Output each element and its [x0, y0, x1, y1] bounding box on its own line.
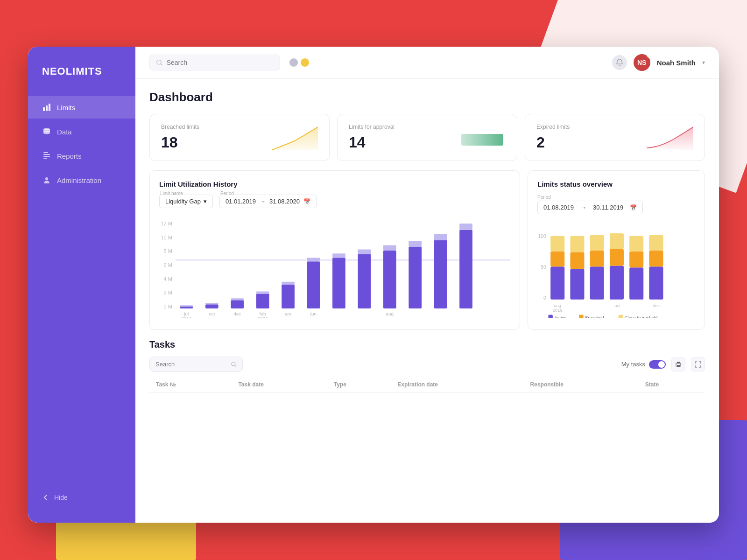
- col-state: State: [639, 377, 705, 393]
- sidebar-item-reports[interactable]: Reports: [28, 145, 135, 167]
- svg-rect-0: [43, 107, 45, 111]
- expand-button[interactable]: [691, 357, 705, 371]
- database-icon: [42, 127, 51, 136]
- approval-mini-chart: [459, 125, 506, 150]
- status-calendar-icon[interactable]: 📅: [630, 204, 637, 211]
- svg-rect-23: [205, 304, 218, 308]
- search-box[interactable]: [149, 55, 280, 70]
- calendar-icon[interactable]: 📅: [303, 198, 310, 205]
- svg-rect-7: [43, 158, 47, 159]
- svg-rect-42: [358, 249, 371, 254]
- status-date-range[interactable]: 01.08.2019 → 30.11.2019 📅: [537, 201, 643, 214]
- toggle-knob: [658, 361, 665, 368]
- svg-rect-73: [629, 236, 643, 252]
- theme-dot-yellow[interactable]: [301, 58, 309, 67]
- stat-label-expired: Expired limits: [536, 124, 647, 130]
- stat-card-approval: Limits for approval 14: [337, 114, 517, 161]
- svg-rect-62: [570, 269, 584, 300]
- svg-rect-64: [570, 236, 584, 252]
- status-period-end: 30.11.2019: [593, 204, 623, 211]
- svg-rect-76: [649, 235, 663, 251]
- svg-text:aug: aug: [554, 303, 561, 308]
- svg-rect-61: [550, 236, 564, 252]
- tasks-table-head: Task № Task date Type Expiration date Re…: [149, 377, 705, 393]
- svg-rect-71: [629, 267, 643, 300]
- stat-card-breached: Breached limits 18: [149, 114, 330, 161]
- utilization-bar-chart: 0 M 2 M 4 M 6 M 8 M 10 M 12 M jul: [159, 216, 510, 318]
- svg-rect-2: [49, 104, 50, 111]
- svg-rect-66: [590, 251, 604, 267]
- svg-rect-51: [459, 224, 472, 230]
- date-range-control[interactable]: 01.01.2019 → 31.08.2020 📅: [219, 195, 317, 208]
- col-expiration-date: Expiration date: [391, 377, 523, 393]
- sidebar-item-administration-label: Administration: [57, 176, 101, 184]
- sidebar: NEOLIMITS Limits Data Reports: [28, 47, 135, 523]
- svg-text:oct: oct: [209, 311, 215, 316]
- page-title: Dashboard: [149, 90, 705, 105]
- bell-icon: [616, 59, 623, 66]
- status-overview-card: Limits status overview Period 01.08.2019…: [528, 170, 705, 330]
- arrow-left-icon: [42, 494, 49, 501]
- limit-name-select[interactable]: Liquidity Gap ▾: [159, 195, 213, 208]
- chevron-down-icon[interactable]: ▾: [702, 59, 705, 66]
- sidebar-item-limits[interactable]: Limits: [28, 96, 135, 119]
- search-input[interactable]: [167, 59, 273, 66]
- svg-text:dec: dec: [653, 303, 660, 308]
- tasks-table: Task № Task date Type Expiration date Re…: [149, 377, 705, 393]
- sidebar-hide-button[interactable]: Hide: [28, 486, 135, 509]
- svg-text:Close to treshold: Close to treshold: [625, 315, 657, 318]
- sidebar-nav: Limits Data Reports Administration: [28, 96, 135, 486]
- my-tasks-switch[interactable]: [649, 360, 666, 369]
- svg-rect-74: [649, 266, 663, 299]
- sidebar-item-administration[interactable]: Administration: [28, 169, 135, 191]
- tasks-search-box[interactable]: [149, 357, 243, 372]
- svg-text:2 M: 2 M: [164, 290, 172, 295]
- utilization-chart-card: Limit Utilization History Limit name Liq…: [149, 170, 520, 330]
- col-task-date: Task date: [232, 377, 327, 393]
- main-content: NS Noah Smith ▾ Dashboard Breached limit…: [135, 47, 719, 523]
- notification-icon[interactable]: [612, 55, 627, 70]
- expired-mini-chart: [647, 125, 693, 150]
- theme-toggles: [289, 58, 309, 67]
- sidebar-item-reports-label: Reports: [57, 152, 82, 160]
- svg-text:Active: Active: [555, 315, 567, 318]
- svg-rect-33: [282, 285, 295, 308]
- expand-icon: [695, 361, 701, 368]
- user-name: Noah Smith: [657, 59, 696, 67]
- stat-cards: Breached limits 18: [149, 114, 705, 161]
- svg-rect-83: [579, 315, 583, 318]
- svg-rect-47: [409, 241, 422, 247]
- svg-rect-81: [548, 315, 552, 318]
- svg-rect-26: [231, 300, 244, 308]
- svg-rect-24: [205, 303, 218, 304]
- status-bar-chart: 0 50 100: [537, 220, 695, 318]
- stat-info-expired: Expired limits 2: [536, 124, 647, 151]
- theme-dot-gray[interactable]: [289, 58, 298, 67]
- svg-rect-48: [434, 240, 447, 308]
- svg-rect-27: [231, 298, 244, 300]
- svg-rect-6: [43, 156, 50, 157]
- limit-name-label: Limit name: [160, 191, 183, 196]
- sidebar-item-data[interactable]: Data: [28, 120, 135, 143]
- stat-info-breached: Breached limits 18: [161, 124, 271, 151]
- svg-rect-69: [610, 249, 624, 266]
- svg-rect-19: [180, 307, 193, 308]
- notification-badge: [647, 54, 650, 58]
- svg-text:12 M: 12 M: [161, 221, 172, 226]
- svg-text:apr: apr: [285, 311, 292, 316]
- svg-rect-67: [590, 235, 604, 251]
- tasks-search-input[interactable]: [155, 361, 227, 368]
- svg-text:oct: oct: [615, 303, 621, 308]
- svg-text:4 M: 4 M: [164, 276, 172, 282]
- print-icon: [675, 361, 682, 368]
- print-button[interactable]: [671, 357, 685, 371]
- utilization-chart-title: Limit Utilization History: [159, 180, 510, 188]
- period-end: 31.08.2020: [269, 198, 300, 205]
- svg-text:100: 100: [538, 234, 546, 239]
- tasks-section: Tasks My tasks: [149, 339, 705, 393]
- admin-icon: [42, 175, 51, 185]
- svg-rect-72: [629, 251, 643, 267]
- header: NS Noah Smith ▾: [135, 47, 719, 79]
- status-period-label: Period: [537, 195, 695, 200]
- col-task-no: Task №: [149, 377, 232, 393]
